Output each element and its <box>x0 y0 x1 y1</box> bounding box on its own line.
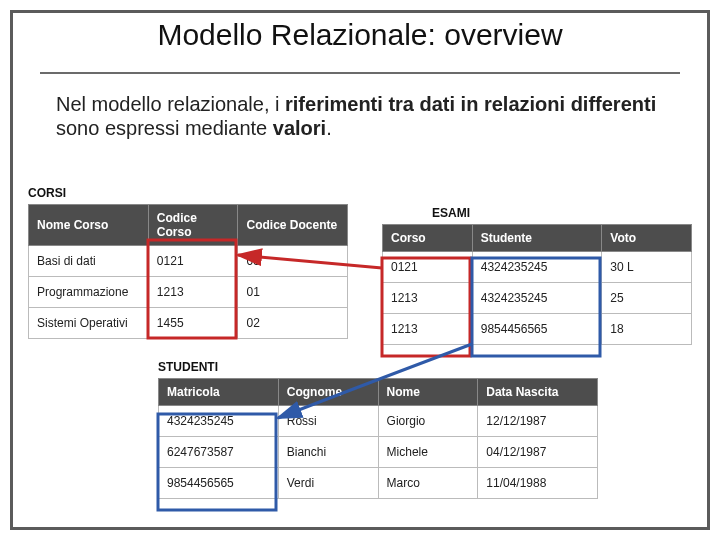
table-row: 0121432423524530 L <box>383 252 692 283</box>
table-row: Basi di dati012103 <box>29 246 348 277</box>
table-row: 1213985445656518 <box>383 314 692 345</box>
corsi-cell: 1213 <box>148 277 238 308</box>
corsi-cell: 02 <box>238 308 348 339</box>
table-row: 6247673587BianchiMichele04/12/1987 <box>159 437 598 468</box>
studenti-cell: 6247673587 <box>159 437 279 468</box>
esami-cell: 4324235245 <box>472 283 602 314</box>
intro-paragraph: Nel modello relazionale, i riferimenti t… <box>56 92 664 140</box>
esami-cell: 1213 <box>383 314 473 345</box>
table-row: Programmazione121301 <box>29 277 348 308</box>
table-label-esami: ESAMI <box>432 206 470 220</box>
corsi-cell: Sistemi Operativi <box>29 308 149 339</box>
studenti-cell: 9854456565 <box>159 468 279 499</box>
col-header: Codice Corso <box>148 205 238 246</box>
studenti-cell: Bianchi <box>278 437 378 468</box>
table-corsi: Nome Corso Codice Corso Codice Docente B… <box>28 204 348 339</box>
col-header: Voto <box>602 225 692 252</box>
title-rule <box>40 72 680 74</box>
col-header: Data Nascita <box>478 379 598 406</box>
col-header: Studente <box>472 225 602 252</box>
studenti-cell: Marco <box>378 468 478 499</box>
studenti-cell: 11/04/1988 <box>478 468 598 499</box>
studenti-cell: Giorgio <box>378 406 478 437</box>
table-row: 1213432423524525 <box>383 283 692 314</box>
studenti-cell: 4324235245 <box>159 406 279 437</box>
table-label-studenti: STUDENTI <box>158 360 218 374</box>
corsi-cell: Basi di dati <box>29 246 149 277</box>
col-header: Codice Docente <box>238 205 348 246</box>
esami-cell: 18 <box>602 314 692 345</box>
studenti-cell: Rossi <box>278 406 378 437</box>
corsi-cell: 01 <box>238 277 348 308</box>
esami-cell: 4324235245 <box>472 252 602 283</box>
corsi-cell: Programmazione <box>29 277 149 308</box>
esami-cell: 1213 <box>383 283 473 314</box>
col-header: Corso <box>383 225 473 252</box>
studenti-cell: Verdi <box>278 468 378 499</box>
esami-cell: 9854456565 <box>472 314 602 345</box>
corsi-cell: 1455 <box>148 308 238 339</box>
table-label-corsi: CORSI <box>28 186 66 200</box>
col-header: Nome Corso <box>29 205 149 246</box>
col-header: Cognome <box>278 379 378 406</box>
esami-cell: 25 <box>602 283 692 314</box>
studenti-cell: 12/12/1987 <box>478 406 598 437</box>
corsi-cell: 0121 <box>148 246 238 277</box>
table-studenti: Matricola Cognome Nome Data Nascita 4324… <box>158 378 598 499</box>
esami-cell: 0121 <box>383 252 473 283</box>
table-row: 4324235245RossiGiorgio12/12/1987 <box>159 406 598 437</box>
esami-cell: 30 L <box>602 252 692 283</box>
col-header: Matricola <box>159 379 279 406</box>
slide-title: Modello Relazionale: overview <box>0 18 720 52</box>
col-header: Nome <box>378 379 478 406</box>
studenti-cell: Michele <box>378 437 478 468</box>
table-esami: Corso Studente Voto 0121432423524530 L12… <box>382 224 692 345</box>
table-row: 9854456565VerdiMarco11/04/1988 <box>159 468 598 499</box>
table-row: Sistemi Operativi145502 <box>29 308 348 339</box>
corsi-cell: 03 <box>238 246 348 277</box>
studenti-cell: 04/12/1987 <box>478 437 598 468</box>
